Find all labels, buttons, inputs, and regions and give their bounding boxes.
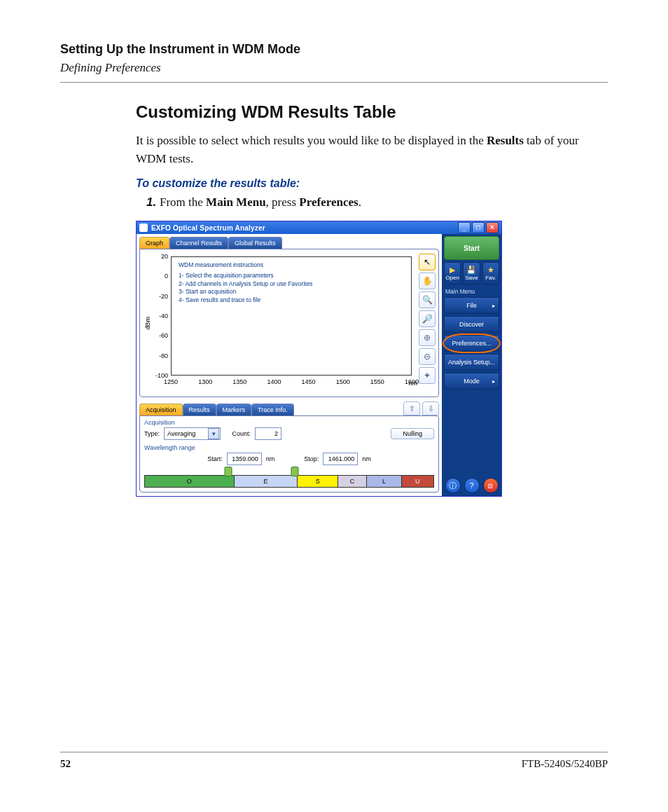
wavelength-band: C (338, 476, 367, 487)
chart-ytick: -40 (159, 312, 168, 319)
header-rule (60, 82, 608, 83)
menu-analysis-setup[interactable]: Analysis Setup... (444, 354, 499, 371)
intro-text-a: It is possible to select which results y… (136, 134, 487, 147)
step-1: From the Main Menu, press Preferences. (160, 195, 608, 209)
section-heading: Customizing WDM Results Table (136, 102, 608, 122)
help-button[interactable]: ? (464, 478, 480, 493)
chart-ytick: -20 (159, 293, 168, 300)
acquisition-panel: Acquisition Type: Averaging ▾ Count: 2 N… (139, 415, 439, 493)
tab-results[interactable]: Results (183, 404, 216, 415)
panel-collapse-up-button[interactable]: ⇧ (403, 401, 420, 415)
wavelength-band-bar: OESCLU (144, 475, 434, 488)
subsection-title: Defining Preferences (60, 61, 608, 75)
menu-mode[interactable]: Mode▸ (444, 373, 499, 390)
favorites-button[interactable]: ★Fav. (482, 262, 499, 284)
slider-handle-start[interactable] (225, 467, 232, 476)
tab-trace-info[interactable]: Trace Info. (251, 404, 294, 415)
start-button[interactable]: Start (444, 236, 499, 260)
tab-graph[interactable]: Graph (139, 237, 169, 249)
tool-zoom-out-area-icon[interactable]: 🔎 (419, 310, 436, 327)
wavelength-legend: Wavelength range (144, 444, 434, 451)
start-label: Start: (207, 455, 223, 462)
main-menu-heading: Main Menu (444, 287, 499, 295)
count-label: Count: (232, 430, 251, 437)
type-label: Type: (144, 430, 160, 437)
open-button[interactable]: ▶Open (444, 262, 461, 284)
tool-zoom-in-area-icon[interactable]: 🔍 (419, 291, 436, 308)
page-footer: 52 FTB-5240S/5240BP (60, 752, 608, 770)
chart-instructions: WDM measurement instructions 1- Select t… (179, 261, 312, 304)
star-icon: ★ (487, 266, 494, 274)
chevron-down-icon: ▾ (208, 428, 219, 439)
wavelength-band: E (235, 476, 298, 487)
chart-xtick: 1400 (267, 378, 281, 385)
chart-ytick: -80 (159, 352, 168, 359)
tab-channel-results[interactable]: Channel Results (169, 237, 228, 249)
menu-discover[interactable]: Discover (444, 316, 499, 333)
start-input[interactable]: 1359.000 (227, 453, 262, 465)
window-title: EXFO Optical Spectrum Analyzer (151, 224, 458, 232)
window-minimize-button[interactable]: _ (458, 222, 471, 233)
tool-fit-icon[interactable]: ✦ (419, 367, 436, 384)
instr-line: 4- Save results and trace to file (179, 296, 312, 304)
menu-discover-label: Discover (459, 321, 484, 328)
step1-c: , press (266, 195, 300, 209)
menu-mode-label: Mode (464, 378, 480, 385)
app-icon (139, 223, 148, 232)
product-model: FTB-5240S/5240BP (522, 758, 608, 770)
menu-analysis-label: Analysis Setup... (448, 359, 495, 366)
step-list: From the Main Menu, press Preferences. (136, 195, 608, 209)
chart-ytick: 0 (165, 273, 168, 280)
tool-zoom-out-icon[interactable]: ⊖ (419, 348, 436, 365)
save-button[interactable]: 💾Save (463, 262, 480, 284)
exit-button[interactable]: ⦻ (483, 478, 499, 493)
window-maximize-button[interactable]: □ (472, 222, 485, 233)
nulling-button[interactable]: Nulling (391, 428, 434, 439)
chevron-right-icon: ▸ (492, 303, 495, 309)
fav-label: Fav. (485, 275, 496, 281)
save-label: Save (465, 275, 478, 281)
chart-toolbar: ↖ ✋ 🔍 🔎 ⊕ ⊖ ✦ (419, 254, 434, 392)
tool-pointer-icon[interactable]: ↖ (419, 254, 436, 270)
chart-plot-area[interactable]: WDM measurement instructions 1- Select t… (171, 256, 412, 376)
panel-collapse-down-button[interactable]: ⇩ (422, 401, 439, 415)
instr-line: 3- Start an acquisition (179, 288, 312, 296)
chart-ytick: -60 (159, 332, 168, 339)
tab-global-results[interactable]: Global Results (228, 237, 282, 249)
chart-ylabel: dBm (144, 317, 151, 330)
menu-file[interactable]: File▸ (444, 297, 499, 314)
chart-xtick: 1300 (198, 378, 212, 385)
chapter-title: Setting Up the Instrument in WDM Mode (60, 42, 608, 57)
chart-ytick: 20 (161, 253, 168, 260)
chart-xtick: 1250 (164, 378, 178, 385)
tool-zoom-in-icon[interactable]: ⊕ (419, 329, 436, 346)
chart-xtick: 1500 (336, 378, 350, 385)
top-tabs: Graph Channel Results Global Results (137, 234, 442, 249)
tab-markers[interactable]: Markers (216, 404, 252, 415)
info-button[interactable]: ⓘ (445, 478, 461, 493)
type-select[interactable]: Averaging ▾ (164, 427, 221, 440)
page-number: 52 (60, 758, 71, 770)
stop-unit: nm (362, 455, 371, 462)
count-input[interactable]: 2 (255, 427, 281, 440)
intro-bold: Results (487, 134, 524, 147)
chart-xtick: 1450 (302, 378, 316, 385)
wavelength-band: L (367, 476, 401, 487)
window-close-button[interactable]: × (486, 222, 499, 233)
bottom-tabs: Acquisition Results Markers Trace Info. … (139, 401, 439, 415)
instr-title: WDM measurement instructions (179, 261, 312, 269)
tool-hand-icon[interactable]: ✋ (419, 273, 436, 289)
stop-input[interactable]: 1461.000 (323, 453, 358, 465)
tab-acquisition[interactable]: Acquisition (139, 404, 183, 415)
save-icon: 💾 (466, 266, 476, 274)
stop-label: Stop: (304, 455, 319, 462)
instr-line: 1- Select the acquisition parameters (179, 272, 312, 280)
window-titlebar[interactable]: EXFO Optical Spectrum Analyzer _ □ × (137, 221, 501, 234)
slider-handle-stop[interactable] (291, 467, 299, 476)
step1-d: Preferences (299, 195, 358, 209)
type-value: Averaging (167, 430, 195, 437)
wavelength-slider[interactable] (144, 468, 434, 475)
step1-b: Main Menu (206, 195, 265, 209)
menu-preferences[interactable]: Preferences... (444, 335, 499, 352)
start-unit: nm (266, 455, 275, 462)
